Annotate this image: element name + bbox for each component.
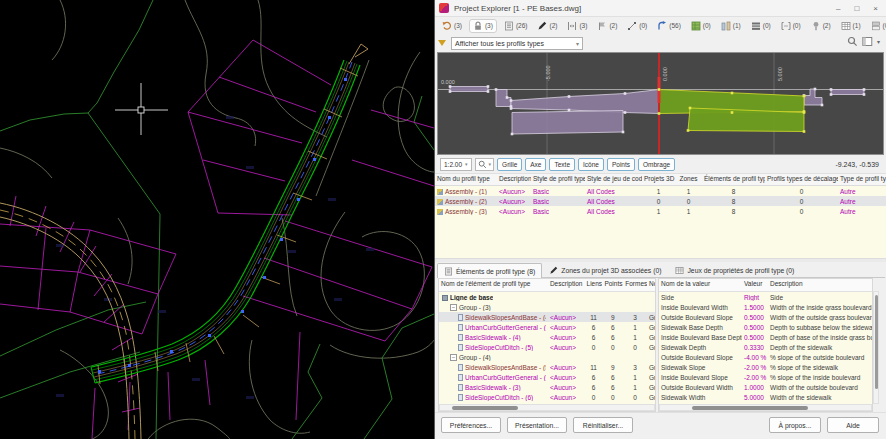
- toolbar-button-doc-list[interactable]: (26): [501, 20, 531, 32]
- toolbar-button-pen[interactable]: (2): [534, 20, 560, 32]
- toggle-icône[interactable]: Icône: [578, 158, 604, 171]
- toolbar-button-dark-rows[interactable]: (0): [748, 20, 774, 32]
- subassembly-icon: [458, 374, 463, 381]
- profile-type-filter-dropdown[interactable]: Afficher tous les profils types ▾: [451, 37, 583, 50]
- element-row[interactable]: −Group - (3): [439, 302, 655, 312]
- value-row[interactable]: Inside Boulevard Slope-2.00 %% slope of …: [659, 372, 872, 382]
- layout-panel-icon[interactable]: [862, 36, 873, 47]
- toolbar-button-lock[interactable]: (3): [469, 19, 497, 33]
- toolbar-button-brackets[interactable]: (0): [778, 20, 804, 32]
- zoom-dropdown[interactable]: ▾: [475, 158, 495, 171]
- element-cell: <Aucun>: [548, 373, 585, 381]
- toolbar-button-spacing[interactable]: (3): [564, 20, 590, 32]
- element-name: BasicSidewalk - (3): [465, 384, 521, 391]
- toolbar-button-layers[interactable]: (0): [868, 20, 886, 32]
- assembly-cell: <Aucun>: [497, 197, 531, 205]
- toolbar-button-bend-arrow[interactable]: (56): [654, 20, 684, 32]
- toggle-ombrage[interactable]: Ombrage: [638, 158, 675, 171]
- canvas-background: [0, 0, 434, 439]
- footer-button-right-1[interactable]: Aide: [827, 417, 879, 433]
- layers-icon: [871, 21, 881, 31]
- value-row[interactable]: Inside Boulevard Base Depth0.5000Depth o…: [659, 332, 872, 342]
- toggle-texte[interactable]: Texte: [549, 158, 575, 171]
- toolbar-button-columns-swap[interactable]: (1): [718, 20, 744, 32]
- assembly-cell: Autre: [838, 187, 886, 195]
- value-row[interactable]: Outside Boulevard Slope0.5000Width of th…: [659, 312, 872, 322]
- value-row[interactable]: Sidewalk Depth0.3330Depth of the sidewal…: [659, 342, 872, 352]
- element-row[interactable]: SidewalkSlopesAndBase - (4)<Aucun>1193Gr…: [439, 312, 655, 322]
- element-cell: Gro: [647, 393, 655, 401]
- value-cell: Inside Boulevard Base Depth: [659, 333, 742, 341]
- footer-button-right-0[interactable]: À propos...: [769, 417, 821, 433]
- scale-dropdown[interactable]: 1:2.00 ▾: [440, 158, 472, 171]
- grid-label-right: 5.000: [777, 67, 783, 81]
- footer-button-0[interactable]: Préférences...: [441, 417, 501, 433]
- element-cell: Gro: [647, 323, 655, 331]
- element-name-cell: SidewalkSlopesAndBase - (4): [439, 313, 548, 321]
- footer-button-1[interactable]: Présentation...: [507, 417, 567, 433]
- element-row[interactable]: SideSlopeCutDitch - (5)<Aucun>000Gro: [439, 342, 655, 352]
- toolbar-button-undo-arrow[interactable]: (3): [439, 20, 465, 32]
- elements-hscrollbar[interactable]: [439, 404, 655, 411]
- tab-1[interactable]: Zones du projet 3D associées (0): [542, 262, 668, 277]
- expander-icon[interactable]: −: [450, 354, 457, 361]
- value-row[interactable]: Sidewalk Width5.0000Width of the sidewal…: [659, 392, 872, 402]
- maximize-button[interactable]: □: [854, 4, 859, 13]
- titlebar[interactable]: Project Explorer [1 - PE Bases.dwg] – □ …: [435, 0, 886, 17]
- toggle-grille[interactable]: Grille: [497, 158, 522, 171]
- pen-icon: [549, 266, 558, 275]
- toolbar-count: (2): [549, 22, 557, 29]
- search-icon[interactable]: [847, 36, 858, 47]
- values-panel: Nom de la valeurValeurDescription SideRi…: [658, 278, 873, 412]
- elements-col-header: Formes: [623, 279, 647, 291]
- element-row[interactable]: UrbanCurbGutterGeneral - (1)<Aucun>661Gr…: [439, 322, 655, 332]
- subassembly-icon: [458, 394, 463, 401]
- tab-2[interactable]: Jeux de propriétés de profil type (0): [668, 262, 801, 277]
- scroll-thumb[interactable]: [692, 406, 808, 410]
- scroll-thumb[interactable]: [452, 406, 518, 410]
- minimize-button[interactable]: –: [836, 4, 840, 13]
- value-row[interactable]: Sidewalk Slope-2.00 %% slope of the side…: [659, 362, 872, 372]
- element-row[interactable]: −Group - (4): [439, 352, 655, 362]
- assembly-row[interactable]: Assembly - (2)<Aucun>BasicAll Codes0080A…: [435, 196, 886, 206]
- cad-viewport[interactable]: [0, 0, 434, 439]
- element-row[interactable]: SidewalkSlopesAndBase - (5)<Aucun>1193Gr…: [439, 362, 655, 372]
- close-button[interactable]: ×: [873, 4, 878, 13]
- element-cell: Gro: [647, 343, 655, 351]
- toggle-axe[interactable]: Axe: [525, 158, 546, 171]
- toolbar-button-green-grid[interactable]: (0): [688, 20, 714, 32]
- scroll-thumb[interactable]: [875, 295, 878, 389]
- tab-0[interactable]: Éléments de profil type (8): [437, 263, 542, 278]
- toolbar-count: (3): [485, 22, 493, 29]
- scale-value: 1:2.00: [444, 161, 462, 168]
- assembly-preview-view[interactable]: -5.000 0.000 5.000 0.000: [437, 52, 884, 155]
- element-cell: [602, 357, 623, 358]
- element-row[interactable]: BasicSidewalk - (3)<Aucun>661Gro: [439, 382, 655, 392]
- toolbar-button-segment[interactable]: (0): [624, 20, 650, 32]
- values-vscrollbar[interactable]: [873, 291, 879, 404]
- element-row[interactable]: UrbanCurbGutterGeneral - (6)<Aucun>661Gr…: [439, 372, 655, 382]
- assembly-row[interactable]: Assembly - (1)<Aucun>BasicAll Codes1180A…: [435, 186, 886, 196]
- toggle-points[interactable]: Points: [607, 158, 635, 171]
- value-row[interactable]: SideRightSide: [659, 292, 872, 302]
- window-title: Project Explorer [1 - PE Bases.dwg]: [454, 4, 836, 13]
- element-row[interactable]: Ligne de base: [439, 292, 655, 302]
- assembly-row[interactable]: Assembly - (3)<Aucun>BasicAll Codes1180A…: [435, 206, 886, 216]
- chevron-down-icon[interactable]: ▾: [877, 38, 880, 45]
- element-row[interactable]: SideSlopeCutDitch - (6)<Aucun>000Gro: [439, 392, 655, 402]
- element-cell: [647, 297, 655, 298]
- toolbar-button-pin[interactable]: (2): [808, 20, 834, 32]
- values-hscrollbar[interactable]: [659, 404, 872, 411]
- value-cell: Inside Boulevard Slope: [659, 373, 742, 381]
- element-name-cell: SideSlopeCutDitch - (6): [439, 393, 548, 401]
- value-row[interactable]: Sidewalk Base Depth0.5000Depth to subbas…: [659, 322, 872, 332]
- toolbar-button-flag[interactable]: (2): [594, 20, 620, 32]
- expander-icon[interactable]: −: [450, 304, 457, 311]
- value-row[interactable]: Outside Boulevard Width1.0000Width of th…: [659, 382, 872, 392]
- value-row[interactable]: Inside Boulevard Width1.5000Width of the…: [659, 302, 872, 312]
- value-row[interactable]: Outside Boulevard Slope-4.00 %% slope of…: [659, 352, 872, 362]
- element-cell: 0: [602, 393, 623, 401]
- toolbar-button-table[interactable]: (1): [838, 20, 864, 32]
- element-row[interactable]: BasicSidewalk - (4)<Aucun>661Gro: [439, 332, 655, 342]
- footer-button-2[interactable]: Réinitialiser...: [573, 417, 633, 433]
